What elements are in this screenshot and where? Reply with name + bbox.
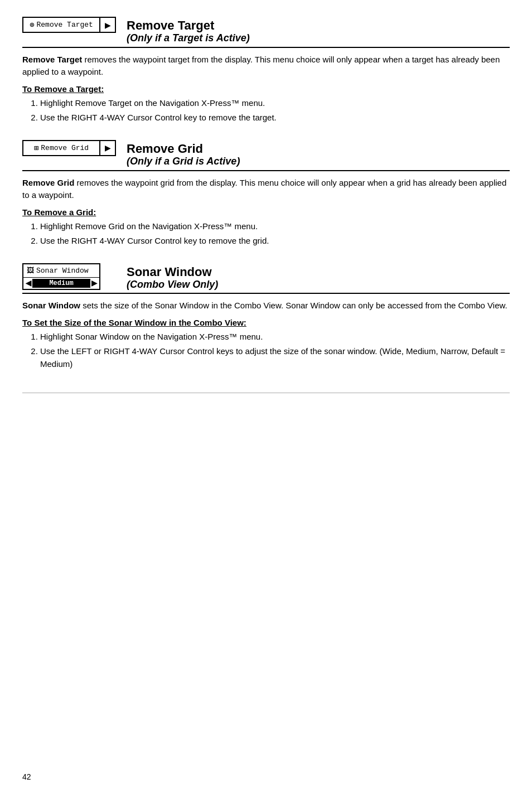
remove-target-title-area: Remove Target (Only if a Target is Activ…: [120, 17, 510, 47]
right-arrow-icon: ▶: [105, 143, 111, 152]
remove-grid-body: Remove Grid removes the waypoint grid fr…: [22, 177, 510, 202]
sonar-window-header: 🖼 Sonar Window ◀ Medium ▶ Sonar Window (…: [22, 263, 510, 294]
sonar-window-title-area: Sonar Window (Combo View Only): [120, 263, 510, 293]
page-number: 42: [22, 772, 31, 781]
remove-grid-steps: Highlight Remove Grid on the Navigation …: [40, 220, 510, 248]
sonar-window-widget-area: 🖼 Sonar Window ◀ Medium ▶: [22, 263, 120, 293]
remove-target-subheading: To Remove a Target:: [22, 84, 510, 94]
remove-target-step-2: Use the RIGHT 4-WAY Cursor Control key t…: [40, 112, 510, 124]
remove-target-subtitle: (Only if a Target is Active): [127, 32, 510, 45]
sonar-menu-label: Sonar Window: [36, 267, 89, 275]
remove-grid-icon-box: ⊞ Remove Grid: [22, 140, 100, 156]
remove-target-bold: Remove Target: [22, 55, 82, 64]
grid-icon: ⊞: [34, 143, 38, 153]
sonar-window-steps: Highlight Sonar Window on the Navigation…: [40, 331, 510, 371]
remove-grid-bold: Remove Grid: [22, 178, 74, 187]
remove-target-body: Remove Target removes the waypoint targe…: [22, 54, 510, 79]
remove-target-menu-widget: ⊗ Remove Target ▶: [22, 17, 120, 33]
sonar-window-subtitle: (Combo View Only): [127, 279, 510, 291]
sonar-window-bold: Sonar Window: [22, 301, 80, 310]
sonar-icon: 🖼: [27, 267, 34, 275]
remove-grid-title-area: Remove Grid (Only if a Grid is Active): [120, 140, 510, 170]
remove-grid-step-1: Highlight Remove Grid on the Navigation …: [40, 220, 510, 233]
right-arrow-icon: ▶: [91, 279, 97, 287]
remove-target-header: ⊗ Remove Target ▶ Remove Target (Only if…: [22, 17, 510, 48]
remove-grid-step-2: Use the RIGHT 4-WAY Cursor Control key t…: [40, 235, 510, 248]
page-divider: [22, 393, 510, 393]
sonar-bottom-row: ◀ Medium ▶: [23, 278, 99, 289]
sonar-window-title: Sonar Window: [127, 265, 510, 279]
remove-grid-arrow-box: ▶: [100, 140, 116, 156]
sonar-medium-label: Medium: [32, 279, 90, 288]
sonar-window-step-1: Highlight Sonar Window on the Navigation…: [40, 331, 510, 344]
remove-grid-menu-label: Remove Grid: [41, 144, 89, 152]
remove-target-arrow-box: ▶: [100, 17, 116, 33]
remove-grid-menu-widget: ⊞ Remove Grid ▶: [22, 140, 120, 156]
remove-target-body-text: removes the waypoint target from the dis…: [22, 55, 500, 77]
remove-target-icon-box: ⊗ Remove Target: [22, 17, 100, 33]
remove-target-title: Remove Target: [127, 19, 510, 32]
remove-target-steps: Highlight Remove Target on the Navigatio…: [40, 97, 510, 124]
sonar-window-subheading: To Set the Size of the Sonar Window in t…: [22, 318, 510, 327]
remove-grid-title: Remove Grid: [127, 142, 510, 156]
remove-grid-subheading: To Remove a Grid:: [22, 207, 510, 217]
sonar-window-body: Sonar Window sets the size of the Sonar …: [22, 299, 510, 312]
target-icon: ⊗: [30, 20, 34, 30]
remove-target-menu-label: Remove Target: [37, 21, 93, 29]
sonar-window-step-2: Use the LEFT or RIGHT 4-WAY Cursor Contr…: [40, 345, 510, 370]
remove-grid-body-text: removes the waypoint grid from the displ…: [22, 178, 506, 200]
remove-target-step-1: Highlight Remove Target on the Navigatio…: [40, 97, 510, 110]
remove-grid-widget: ⊞ Remove Grid ▶: [22, 140, 120, 170]
remove-target-section: ⊗ Remove Target ▶ Remove Target (Only if…: [22, 17, 510, 124]
remove-grid-header: ⊞ Remove Grid ▶ Remove Grid (Only if a G…: [22, 140, 510, 171]
remove-target-widget: ⊗ Remove Target ▶: [22, 17, 120, 47]
sonar-widget-box: 🖼 Sonar Window ◀ Medium ▶: [22, 263, 100, 290]
right-arrow-icon: ▶: [105, 21, 111, 30]
left-arrow-icon: ◀: [26, 279, 31, 287]
sonar-top-row: 🖼 Sonar Window: [23, 264, 99, 278]
remove-grid-subtitle: (Only if a Grid is Active): [127, 156, 510, 168]
sonar-window-section: 🖼 Sonar Window ◀ Medium ▶ Sonar Window (…: [22, 263, 510, 371]
sonar-window-widget: 🖼 Sonar Window ◀ Medium ▶: [22, 263, 120, 290]
sonar-window-body-text: sets the size of the Sonar Window in the…: [80, 301, 507, 310]
remove-grid-section: ⊞ Remove Grid ▶ Remove Grid (Only if a G…: [22, 140, 510, 248]
